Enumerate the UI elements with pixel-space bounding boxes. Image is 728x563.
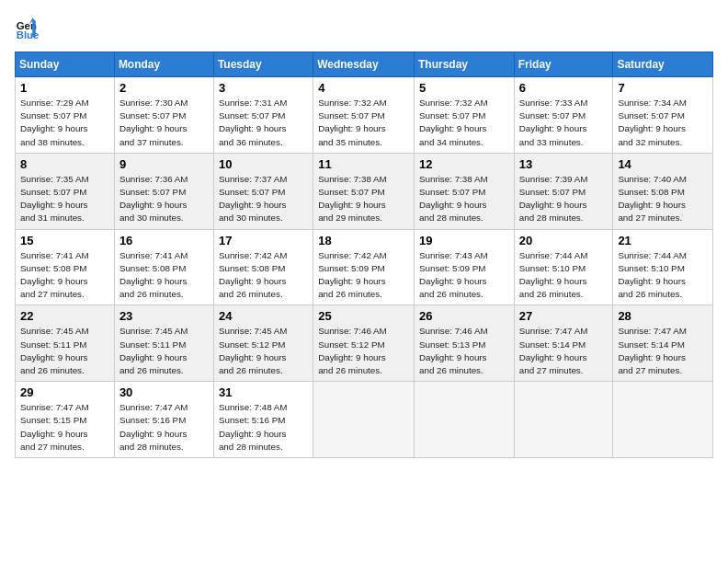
- calendar-day-19: 19Sunrise: 7:43 AMSunset: 5:09 PMDayligh…: [415, 229, 515, 305]
- day-info: Sunrise: 7:31 AMSunset: 5:07 PMDaylight:…: [219, 97, 308, 149]
- calendar-header-sunday: Sunday: [16, 52, 115, 77]
- day-number: 8: [20, 157, 109, 171]
- day-info: Sunrise: 7:47 AMSunset: 5:15 PMDaylight:…: [20, 401, 109, 454]
- day-info: Sunrise: 7:29 AMSunset: 5:07 PMDaylight:…: [20, 97, 109, 149]
- calendar-header-row: SundayMondayTuesdayWednesdayThursdayFrid…: [16, 52, 713, 77]
- calendar-body: 1Sunrise: 7:29 AMSunset: 5:07 PMDaylight…: [16, 77, 713, 458]
- calendar-day-29: 29Sunrise: 7:47 AMSunset: 5:15 PMDayligh…: [16, 382, 115, 458]
- calendar-day-7: 7Sunrise: 7:34 AMSunset: 5:07 PMDaylight…: [613, 77, 713, 154]
- day-info: Sunrise: 7:46 AMSunset: 5:12 PMDaylight:…: [318, 325, 409, 377]
- calendar-day-10: 10Sunrise: 7:37 AMSunset: 5:07 PMDayligh…: [213, 153, 313, 229]
- calendar-header-saturday: Saturday: [613, 52, 713, 77]
- day-info: Sunrise: 7:45 AMSunset: 5:11 PMDaylight:…: [119, 325, 209, 377]
- calendar-empty-cell: [415, 382, 515, 458]
- day-number: 7: [618, 81, 708, 95]
- day-info: Sunrise: 7:44 AMSunset: 5:10 PMDaylight:…: [618, 249, 708, 302]
- calendar-day-13: 13Sunrise: 7:39 AMSunset: 5:07 PMDayligh…: [514, 153, 613, 229]
- day-number: 4: [318, 81, 409, 95]
- day-number: 17: [219, 234, 308, 247]
- day-number: 1: [20, 81, 109, 95]
- calendar-table: SundayMondayTuesdayWednesdayThursdayFrid…: [15, 52, 713, 458]
- day-number: 30: [119, 385, 209, 399]
- day-info: Sunrise: 7:47 AMSunset: 5:16 PMDaylight:…: [119, 401, 209, 454]
- day-info: Sunrise: 7:35 AMSunset: 5:07 PMDaylight:…: [20, 173, 109, 225]
- calendar-day-24: 24Sunrise: 7:45 AMSunset: 5:12 PMDayligh…: [213, 305, 313, 382]
- calendar-header-thursday: Thursday: [415, 52, 515, 77]
- day-info: Sunrise: 7:41 AMSunset: 5:08 PMDaylight:…: [20, 249, 109, 302]
- calendar-day-23: 23Sunrise: 7:45 AMSunset: 5:11 PMDayligh…: [114, 305, 213, 382]
- calendar-day-18: 18Sunrise: 7:42 AMSunset: 5:09 PMDayligh…: [313, 229, 415, 305]
- day-number: 23: [119, 309, 209, 323]
- day-info: Sunrise: 7:43 AMSunset: 5:09 PMDaylight:…: [419, 249, 509, 302]
- day-number: 9: [119, 157, 209, 171]
- day-info: Sunrise: 7:39 AMSunset: 5:07 PMDaylight:…: [519, 173, 609, 225]
- day-info: Sunrise: 7:47 AMSunset: 5:14 PMDaylight:…: [618, 325, 708, 377]
- day-number: 3: [219, 81, 308, 95]
- calendar-day-31: 31Sunrise: 7:48 AMSunset: 5:16 PMDayligh…: [213, 382, 313, 458]
- day-info: Sunrise: 7:40 AMSunset: 5:08 PMDaylight:…: [618, 173, 708, 225]
- calendar-day-15: 15Sunrise: 7:41 AMSunset: 5:08 PMDayligh…: [16, 229, 115, 305]
- day-number: 19: [419, 234, 509, 247]
- day-info: Sunrise: 7:42 AMSunset: 5:09 PMDaylight:…: [318, 249, 409, 302]
- day-number: 5: [419, 81, 509, 95]
- calendar-header-wednesday: Wednesday: [313, 52, 415, 77]
- day-number: 22: [20, 309, 109, 323]
- calendar-day-26: 26Sunrise: 7:46 AMSunset: 5:13 PMDayligh…: [415, 305, 515, 382]
- calendar-empty-cell: [514, 382, 613, 458]
- day-number: 24: [219, 309, 308, 323]
- day-info: Sunrise: 7:32 AMSunset: 5:07 PMDaylight:…: [419, 97, 509, 149]
- day-info: Sunrise: 7:37 AMSunset: 5:07 PMDaylight:…: [219, 173, 308, 225]
- day-info: Sunrise: 7:47 AMSunset: 5:14 PMDaylight:…: [519, 325, 609, 377]
- day-number: 15: [20, 234, 109, 247]
- calendar-day-1: 1Sunrise: 7:29 AMSunset: 5:07 PMDaylight…: [16, 77, 115, 154]
- calendar-header-tuesday: Tuesday: [213, 52, 313, 77]
- day-info: Sunrise: 7:42 AMSunset: 5:08 PMDaylight:…: [219, 249, 308, 302]
- calendar-week-1: 1Sunrise: 7:29 AMSunset: 5:07 PMDaylight…: [16, 77, 713, 154]
- calendar-day-9: 9Sunrise: 7:36 AMSunset: 5:07 PMDaylight…: [114, 153, 213, 229]
- day-number: 13: [519, 157, 609, 171]
- day-number: 25: [318, 309, 409, 323]
- header: Gen Blue: [15, 15, 713, 40]
- day-info: Sunrise: 7:45 AMSunset: 5:12 PMDaylight:…: [219, 325, 308, 377]
- day-number: 21: [618, 234, 708, 247]
- day-info: Sunrise: 7:33 AMSunset: 5:07 PMDaylight:…: [519, 97, 609, 149]
- day-info: Sunrise: 7:46 AMSunset: 5:13 PMDaylight:…: [419, 325, 509, 377]
- calendar-day-11: 11Sunrise: 7:38 AMSunset: 5:07 PMDayligh…: [313, 153, 415, 229]
- day-number: 27: [519, 309, 609, 323]
- day-info: Sunrise: 7:32 AMSunset: 5:07 PMDaylight:…: [318, 97, 409, 149]
- day-info: Sunrise: 7:48 AMSunset: 5:16 PMDaylight:…: [219, 401, 308, 454]
- calendar-day-21: 21Sunrise: 7:44 AMSunset: 5:10 PMDayligh…: [613, 229, 713, 305]
- day-info: Sunrise: 7:36 AMSunset: 5:07 PMDaylight:…: [119, 173, 209, 225]
- calendar-day-4: 4Sunrise: 7:32 AMSunset: 5:07 PMDaylight…: [313, 77, 415, 154]
- calendar-day-14: 14Sunrise: 7:40 AMSunset: 5:08 PMDayligh…: [613, 153, 713, 229]
- calendar-day-5: 5Sunrise: 7:32 AMSunset: 5:07 PMDaylight…: [415, 77, 515, 154]
- day-number: 20: [519, 234, 609, 247]
- calendar-day-27: 27Sunrise: 7:47 AMSunset: 5:14 PMDayligh…: [514, 305, 613, 382]
- day-info: Sunrise: 7:44 AMSunset: 5:10 PMDaylight:…: [519, 249, 609, 302]
- calendar-week-2: 8Sunrise: 7:35 AMSunset: 5:07 PMDaylight…: [16, 153, 713, 229]
- day-number: 11: [318, 157, 409, 171]
- calendar-header-monday: Monday: [114, 52, 213, 77]
- calendar-day-28: 28Sunrise: 7:47 AMSunset: 5:14 PMDayligh…: [613, 305, 713, 382]
- day-number: 2: [119, 81, 209, 95]
- calendar-day-6: 6Sunrise: 7:33 AMSunset: 5:07 PMDaylight…: [514, 77, 613, 154]
- day-info: Sunrise: 7:38 AMSunset: 5:07 PMDaylight:…: [419, 173, 509, 225]
- day-number: 10: [219, 157, 308, 171]
- day-number: 31: [219, 385, 308, 399]
- calendar-week-3: 15Sunrise: 7:41 AMSunset: 5:08 PMDayligh…: [16, 229, 713, 305]
- calendar-empty-cell: [613, 382, 713, 458]
- calendar-day-3: 3Sunrise: 7:31 AMSunset: 5:07 PMDaylight…: [213, 77, 313, 154]
- calendar-day-20: 20Sunrise: 7:44 AMSunset: 5:10 PMDayligh…: [514, 229, 613, 305]
- day-number: 18: [318, 234, 409, 247]
- calendar-day-2: 2Sunrise: 7:30 AMSunset: 5:07 PMDaylight…: [114, 77, 213, 154]
- calendar-day-22: 22Sunrise: 7:45 AMSunset: 5:11 PMDayligh…: [16, 305, 115, 382]
- day-info: Sunrise: 7:30 AMSunset: 5:07 PMDaylight:…: [119, 97, 209, 149]
- calendar-week-4: 22Sunrise: 7:45 AMSunset: 5:11 PMDayligh…: [16, 305, 713, 382]
- calendar-day-30: 30Sunrise: 7:47 AMSunset: 5:16 PMDayligh…: [114, 382, 213, 458]
- calendar-day-16: 16Sunrise: 7:41 AMSunset: 5:08 PMDayligh…: [114, 229, 213, 305]
- day-number: 6: [519, 81, 609, 95]
- calendar-week-5: 29Sunrise: 7:47 AMSunset: 5:15 PMDayligh…: [16, 382, 713, 458]
- day-number: 16: [119, 234, 209, 247]
- day-info: Sunrise: 7:38 AMSunset: 5:07 PMDaylight:…: [318, 173, 409, 225]
- day-number: 12: [419, 157, 509, 171]
